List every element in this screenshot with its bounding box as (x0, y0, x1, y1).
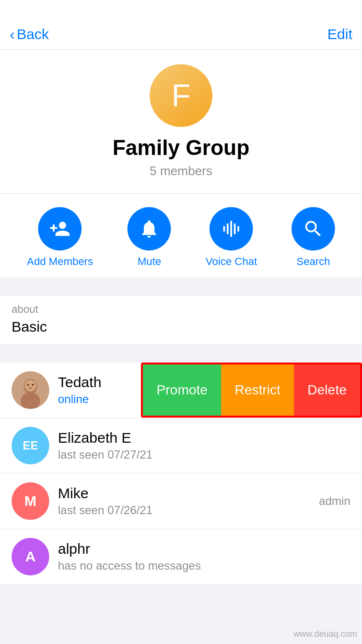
about-label: about (12, 303, 350, 316)
action-search[interactable]: Search (292, 207, 335, 268)
swipe-actions: Promote Restrict Delete (141, 363, 362, 418)
separator-1 (0, 278, 362, 295)
promote-button[interactable]: Promote (143, 364, 221, 416)
group-avatar: F (150, 64, 212, 127)
group-name: Family Group (112, 136, 250, 160)
search-icon-circle (292, 207, 335, 251)
table-row[interactable]: Tedath online owner Promote Restrict Del… (0, 363, 362, 418)
search-label: Search (296, 255, 330, 268)
table-row[interactable]: A alphr has no access to messages (0, 529, 362, 585)
edit-button[interactable]: Edit (327, 26, 352, 42)
member-status: last seen 07/27/21 (58, 448, 350, 462)
svg-point-4 (27, 384, 29, 386)
delete-button[interactable]: Delete (294, 364, 360, 416)
member-name: Elizabeth E (58, 430, 350, 446)
member-status: has no access to messages (58, 559, 350, 573)
watermark: www.deuaq.com (293, 629, 357, 639)
table-row[interactable]: EE Elizabeth E last seen 07/27/21 (0, 418, 362, 474)
member-name: Mike (58, 485, 319, 502)
avatar: EE (12, 427, 49, 464)
add-members-icon-circle (38, 207, 82, 251)
voice-chat-icon-circle (209, 207, 253, 251)
restrict-button[interactable]: Restrict (221, 364, 294, 416)
mute-icon-circle (127, 207, 171, 251)
avatar: A (12, 538, 49, 575)
back-button[interactable]: ‹ Back (10, 26, 49, 42)
member-info: Mike last seen 07/26/21 (58, 485, 319, 517)
member-info: Elizabeth E last seen 07/27/21 (58, 430, 350, 462)
about-value: Basic (12, 319, 350, 335)
member-name: alphr (58, 541, 350, 557)
separator-2 (0, 345, 362, 363)
avatar-letter: F (171, 78, 190, 113)
actions-section: Add Members Mute Voice Chat Search (0, 193, 362, 278)
avatar (12, 371, 49, 409)
table-row[interactable]: M Mike last seen 07/26/21 admin (0, 474, 362, 529)
add-person-icon (49, 218, 70, 239)
voice-chat-label: Voice Chat (206, 255, 257, 268)
add-members-label: Add Members (27, 255, 93, 268)
member-status: last seen 07/26/21 (58, 504, 319, 517)
avatar: M (12, 482, 49, 520)
member-info: alphr has no access to messages (58, 541, 350, 573)
action-voice-chat[interactable]: Voice Chat (206, 207, 257, 268)
back-label: Back (17, 26, 49, 42)
microphone-bars-icon (221, 218, 242, 239)
search-icon (303, 218, 324, 239)
member-count: 5 members (150, 164, 212, 179)
action-mute[interactable]: Mute (127, 207, 171, 268)
chevron-left-icon: ‹ (10, 27, 15, 42)
svg-point-3 (25, 380, 36, 392)
bell-icon (139, 218, 160, 239)
members-section: Tedath online owner Promote Restrict Del… (0, 363, 362, 585)
tedath-avatar-image (12, 371, 49, 409)
header: ‹ Back Edit (0, 0, 362, 50)
mute-label: Mute (138, 255, 161, 268)
action-add-members[interactable]: Add Members (27, 207, 93, 268)
member-role: admin (319, 494, 350, 508)
about-section: about Basic (0, 295, 362, 345)
profile-section: F Family Group 5 members (0, 50, 362, 193)
svg-point-5 (32, 384, 34, 386)
